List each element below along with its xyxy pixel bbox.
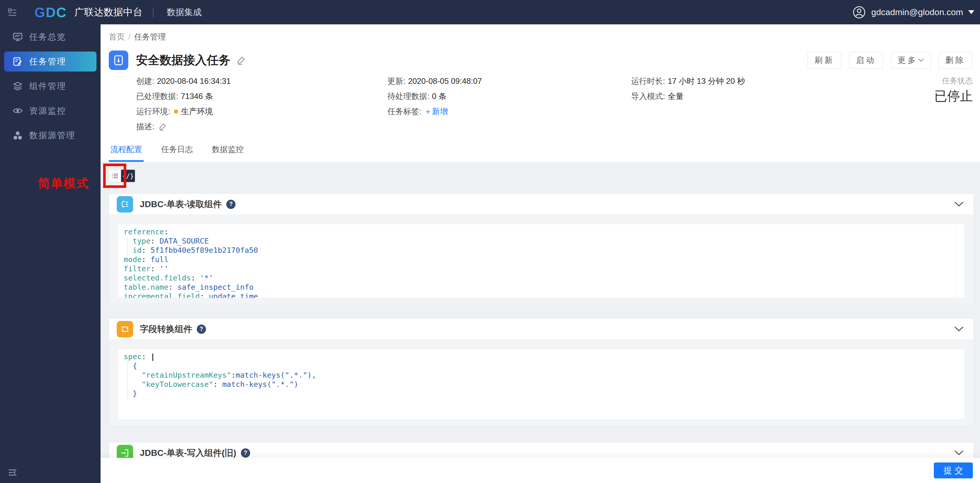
resource-monitor-icon	[13, 106, 22, 116]
action-button-刷新[interactable]: 刷新	[808, 52, 842, 68]
detail-label: 创建:	[136, 76, 154, 87]
gdc-logo: GDC	[34, 4, 67, 20]
detail-value: 生产环境	[181, 106, 213, 117]
sidebar-item-组件管理[interactable]: 组件管理	[4, 76, 97, 96]
detail-value: 2020-08-05 09:48:07	[408, 77, 482, 86]
sidebar-item-label: 数据源管理	[29, 130, 75, 141]
status-label: 任务状态	[934, 76, 973, 86]
content-area: 首页/任务管理 安全数据接入任务 刷新启动更多删除	[100, 24, 980, 483]
code-line: filter: ''	[124, 264, 965, 273]
user-email: gdcadmin@glodon.com	[871, 7, 963, 17]
sidebar-item-资源监控[interactable]: 资源监控	[4, 101, 97, 121]
code-line: selected.fields: '*'	[124, 273, 965, 283]
task-manage-icon	[13, 57, 22, 67]
tab-流程配置[interactable]: 流程配置	[109, 144, 144, 162]
task-type-icon	[109, 51, 128, 70]
sidebar-item-任务管理[interactable]: 任务管理	[4, 51, 97, 71]
sidebar-collapse-icon[interactable]	[8, 468, 18, 477]
sidebar-nav: 任务总览任务管理组件管理资源监控数据源管理	[0, 24, 100, 145]
code-line: mode: full	[124, 255, 965, 264]
component-card-body: reference: type: DATA_SOURCE id: 5f1fbb4…	[109, 215, 974, 304]
detail-column: 运行时长:17 小时 13 分钟 20 秒导入模式:全量	[631, 73, 745, 104]
component-card-title: 字段转换组件	[140, 323, 192, 335]
code-line: spec: |	[124, 352, 965, 361]
detail-column: 创建:2020-08-04 16:34:31已处理数据:71346 条运行环境:…	[136, 73, 231, 134]
action-button-更多[interactable]: 更多	[891, 52, 931, 68]
help-icon[interactable]: ?	[241, 448, 250, 458]
help-icon[interactable]: ?	[226, 200, 235, 209]
collapse-chevron-icon[interactable]	[955, 450, 963, 456]
yaml-editor[interactable]: reference: type: DATA_SOURCE id: 5f1fbb4…	[118, 224, 965, 298]
detail-label: 运行环境:	[136, 106, 170, 117]
breadcrumb-item[interactable]: 首页	[109, 32, 125, 41]
action-button-删除[interactable]: 删除	[939, 52, 972, 68]
task-title-row: 安全数据接入任务	[109, 51, 246, 70]
product-title: 广联达数据中台	[75, 6, 143, 19]
edit-description-icon[interactable]	[159, 122, 167, 131]
sidebar-item-label: 组件管理	[29, 81, 66, 92]
detail-value: 17 小时 13 分钟 20 秒	[668, 76, 745, 87]
avatar-icon	[853, 6, 865, 19]
detail-label: 已处理数据:	[136, 91, 178, 102]
edit-title-icon[interactable]	[237, 56, 246, 65]
collapse-chevron-icon[interactable]	[955, 327, 963, 332]
field-transform-icon	[117, 321, 133, 337]
code-line: incremental.field: update_time	[124, 292, 965, 298]
app-root: GDC 广联达数据中台 数据集成 gdcadmin@glodon.com 任务总…	[0, 0, 980, 483]
page-header: 首页/任务管理 安全数据接入任务 刷新启动更多删除	[100, 24, 980, 162]
tab-bar: 流程配置任务日志数据监控	[109, 144, 245, 162]
collapse-chevron-icon[interactable]	[955, 202, 963, 207]
topbar-divider	[153, 8, 153, 17]
detail-row-已处理数据: 已处理数据:71346 条	[136, 89, 231, 104]
detail-row-创建: 创建:2020-08-04 16:34:31	[136, 73, 231, 89]
detail-row-更新: 更新:2020-08-05 09:48:07	[387, 73, 482, 89]
workspace: {/} JDBC-单表-读取组件?reference: type: DATA_S…	[100, 162, 980, 458]
action-button-label: 启动	[856, 55, 876, 66]
detail-value: 0 条	[432, 91, 447, 102]
module-title: 数据集成	[167, 6, 202, 18]
breadcrumb: 首页/任务管理	[109, 32, 166, 42]
component-card: 字段转换组件?spec: | { "retainUpstreamKeys":ma…	[109, 318, 974, 426]
code-line: type: DATA_SOURCE	[124, 237, 965, 246]
detail-label: 导入模式:	[631, 91, 665, 102]
detail-row-导入模式: 导入模式:全量	[631, 89, 745, 104]
status-badge: 已停止	[934, 88, 973, 105]
tab-任务日志[interactable]: 任务日志	[159, 144, 194, 162]
env-status-dot	[174, 110, 178, 114]
sidebar-item-数据源管理[interactable]: 数据源管理	[4, 126, 97, 145]
component-cards: JDBC-单表-读取组件?reference: type: DATA_SOURC…	[100, 194, 980, 458]
sidebar-item-任务总览[interactable]: 任务总览	[4, 27, 97, 47]
tab-数据监控[interactable]: 数据监控	[210, 144, 245, 162]
code-line: table.name: safe_inspect_info	[124, 283, 965, 292]
detail-label: 任务标签:	[387, 106, 422, 117]
sidebar-item-label: 资源监控	[29, 105, 66, 117]
detail-row-运行环境: 运行环境:生产环境	[136, 104, 231, 119]
sidebar-item-label: 任务总览	[29, 31, 66, 43]
help-icon[interactable]: ?	[197, 324, 206, 334]
menu-toggle-icon[interactable]	[8, 8, 17, 17]
page-title: 安全数据接入任务	[136, 52, 231, 68]
breadcrumb-separator: /	[128, 32, 130, 41]
detail-value: 2020-08-04 16:34:31	[157, 77, 231, 86]
sidebar-item-label: 任务管理	[29, 56, 66, 67]
component-card: JDBC-单表-读取组件?reference: type: DATA_SOURC…	[109, 194, 974, 304]
component-card-title: JDBC-单表-写入组件(旧)	[140, 447, 236, 458]
add-tag-link[interactable]: ＋新增	[424, 106, 448, 117]
action-button-label: 刷新	[815, 55, 835, 66]
footer-bar: 提交	[100, 458, 980, 483]
chevron-down-icon	[918, 59, 924, 62]
components-icon	[13, 81, 22, 91]
component-card-title: JDBC-单表-读取组件	[140, 199, 222, 210]
task-status-block: 任务状态 已停止	[934, 76, 973, 105]
detail-label: 待处理数据:	[387, 91, 430, 102]
user-menu[interactable]: gdcadmin@glodon.com	[853, 6, 974, 19]
datasource-icon	[13, 130, 22, 140]
detail-value: 71346 条	[181, 91, 213, 102]
chevron-down-icon	[968, 10, 974, 14]
annotation-highlight-box	[103, 164, 126, 188]
yaml-editor[interactable]: spec: | { "retainUpstreamKeys":match-key…	[118, 349, 965, 420]
jdbc-write-icon	[117, 445, 133, 458]
submit-button[interactable]: 提交	[934, 462, 973, 478]
jdbc-read-icon	[117, 196, 133, 213]
action-button-启动[interactable]: 启动	[849, 52, 883, 68]
